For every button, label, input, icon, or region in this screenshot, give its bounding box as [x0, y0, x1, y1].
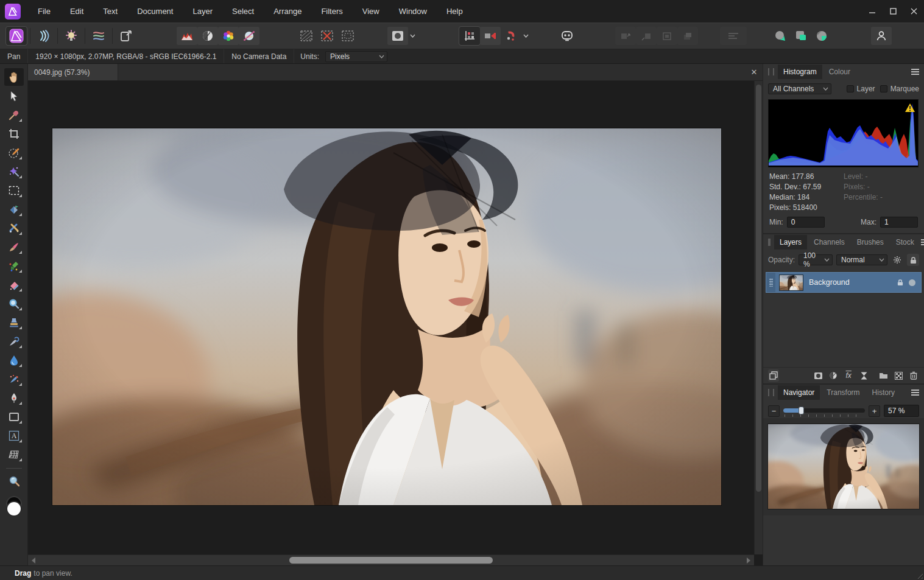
tab-layers[interactable]: Layers: [774, 235, 807, 250]
new-layer-from-selection-button[interactable]: [791, 27, 811, 45]
snapping-magnet-button[interactable]: [501, 27, 521, 45]
tab-brushes[interactable]: Brushes: [852, 235, 889, 250]
zoom-out-button[interactable]: −: [768, 405, 780, 417]
deselect-button[interactable]: [317, 27, 337, 45]
zoom-tool[interactable]: [4, 472, 24, 490]
undo-brush-tool[interactable]: [4, 332, 24, 350]
insert-behind-button[interactable]: [615, 27, 636, 45]
document-tab[interactable]: 0049.jpg (57.3%): [28, 64, 118, 80]
navigator-thumbnail[interactable]: [767, 424, 920, 509]
auto-colour-button[interactable]: [218, 27, 239, 45]
zoom-in-button[interactable]: +: [869, 405, 880, 417]
menu-help[interactable]: Help: [438, 3, 471, 19]
insert-on-top-button[interactable]: [677, 27, 698, 45]
flood-select-tool[interactable]: [4, 162, 24, 180]
vertical-scrollbar-thumb[interactable]: [756, 85, 761, 492]
menu-view[interactable]: View: [354, 3, 388, 19]
scroll-right-arrow[interactable]: [747, 557, 750, 564]
tab-transform[interactable]: Transform: [821, 385, 865, 400]
zoom-slider-knob[interactable]: [799, 407, 804, 414]
refine-selection-button[interactable]: [811, 27, 832, 45]
snapping-grid-button[interactable]: [459, 27, 480, 45]
tab-channels[interactable]: Channels: [808, 235, 850, 250]
tone-mapping-persona-button[interactable]: [88, 27, 109, 45]
layer-thumbnail[interactable]: [779, 274, 803, 291]
menu-filters[interactable]: Filters: [312, 3, 351, 19]
panel-grip-icon[interactable]: [768, 68, 774, 75]
move-tool[interactable]: [4, 87, 24, 105]
pen-tool[interactable]: [4, 389, 24, 407]
min-input[interactable]: [787, 217, 825, 228]
blend-mode-select[interactable]: Normal: [836, 254, 887, 265]
opacity-select[interactable]: 100 %: [799, 254, 833, 265]
mask-mode-button[interactable]: [387, 27, 408, 45]
delete-layer-trash-button[interactable]: [908, 369, 919, 382]
colour-picker-tool[interactable]: [4, 106, 24, 124]
horizontal-scrollbar[interactable]: [28, 554, 754, 565]
tab-navigator[interactable]: Navigator: [778, 385, 820, 400]
panel-menu-icon[interactable]: [911, 69, 919, 75]
paint-mixer-brush-tool[interactable]: [4, 219, 24, 237]
group-layers-button[interactable]: [878, 369, 889, 382]
invert-selection-button[interactable]: [337, 27, 358, 45]
pixel-alignment-button[interactable]: [480, 27, 501, 45]
auto-contrast-button[interactable]: [197, 27, 218, 45]
window-resize-grip[interactable]: [915, 571, 923, 579]
vertical-scrollbar[interactable]: [754, 81, 763, 554]
adjustment-layer-button[interactable]: [828, 369, 839, 382]
zoom-value-field[interactable]: 57 %: [884, 405, 919, 417]
layer-lock-icon[interactable]: [897, 279, 903, 286]
tab-colour[interactable]: Colour: [823, 65, 856, 79]
text-tool[interactable]: A: [4, 427, 24, 444]
colour-swatches[interactable]: [4, 496, 24, 518]
panel-grip-icon[interactable]: [768, 389, 774, 396]
assistant-robot-button[interactable]: [557, 27, 577, 45]
horizontal-scrollbar-thumb[interactable]: [289, 557, 493, 564]
blend-ranges-button[interactable]: [893, 369, 904, 382]
auto-levels-button[interactable]: [177, 27, 197, 45]
auto-white-balance-button[interactable]: [239, 27, 259, 45]
marquee-tool[interactable]: [4, 181, 24, 199]
liquify-persona-button[interactable]: [34, 27, 54, 45]
mask-layer-button[interactable]: [813, 369, 823, 382]
maximize-button[interactable]: [883, 2, 903, 21]
menu-arrange[interactable]: Arrange: [265, 3, 310, 19]
menu-edit[interactable]: Edit: [62, 3, 92, 19]
inpainting-brush-tool[interactable]: [4, 370, 24, 388]
layer-visibility-toggle[interactable]: [909, 279, 915, 286]
rectangle-shape-tool[interactable]: [4, 408, 24, 425]
live-filter-button[interactable]: [858, 369, 869, 382]
scroll-left-arrow[interactable]: [32, 557, 35, 564]
mesh-warp-tool[interactable]: [4, 445, 24, 463]
develop-persona-button[interactable]: [61, 27, 82, 45]
menu-text[interactable]: Text: [94, 3, 126, 19]
tab-histogram[interactable]: Histogram: [778, 65, 822, 79]
primary-colour-swatch[interactable]: [6, 501, 22, 517]
menu-layer[interactable]: Layer: [184, 3, 221, 19]
menu-select[interactable]: Select: [224, 3, 263, 19]
panel-menu-icon[interactable]: [921, 239, 924, 245]
units-select[interactable]: Pixels: [325, 51, 387, 62]
blend-options-gear-icon[interactable]: [891, 254, 903, 266]
layer-effects-fx-button[interactable]: fx: [843, 369, 854, 382]
alignment-options-button[interactable]: [720, 27, 747, 45]
marquee-checkbox[interactable]: Marquee: [880, 85, 919, 93]
close-button[interactable]: [903, 2, 924, 21]
paint-brush-tool[interactable]: [4, 238, 24, 256]
mask-mode-dropdown-chevron[interactable]: [408, 27, 417, 45]
zoom-slider[interactable]: [783, 405, 865, 417]
tab-close-button[interactable]: ✕: [746, 64, 763, 80]
max-input[interactable]: [880, 217, 918, 228]
insert-inside-button[interactable]: [657, 27, 677, 45]
blur-brush-tool[interactable]: [4, 351, 24, 369]
panel-grip-icon[interactable]: [768, 239, 771, 246]
menu-window[interactable]: Window: [390, 3, 436, 19]
dodge-brush-tool[interactable]: [4, 295, 24, 312]
tab-stock[interactable]: Stock: [890, 235, 920, 250]
selection-brush-tool[interactable]: [4, 144, 24, 161]
crop-tool[interactable]: [4, 125, 24, 142]
lock-layer-icon[interactable]: [907, 254, 919, 266]
panel-menu-icon[interactable]: [911, 390, 919, 396]
duplicate-layer-button[interactable]: [768, 369, 779, 382]
menu-document[interactable]: Document: [129, 3, 182, 19]
